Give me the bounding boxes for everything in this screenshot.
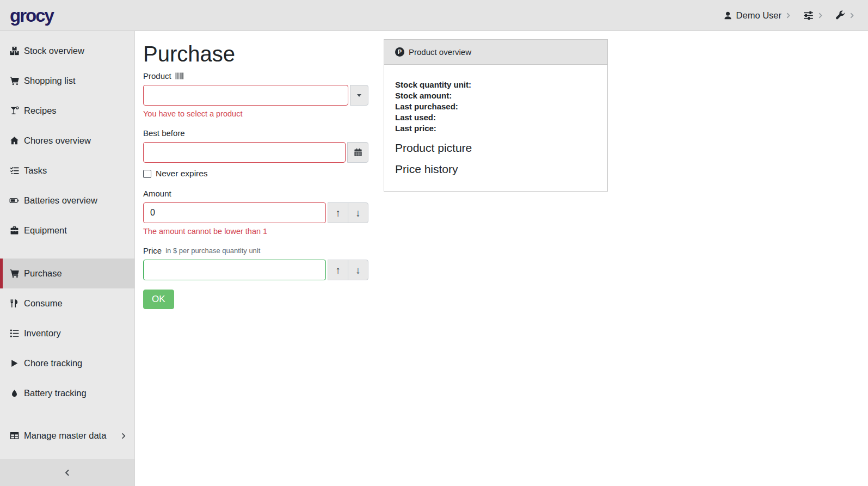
arrow-down-icon: ↓: [355, 265, 361, 275]
best-before-label-row: Best before: [143, 128, 368, 138]
grocy-logo[interactable]: grocy: [10, 7, 53, 24]
barcode-icon: [175, 72, 184, 79]
stock-amount-label: Stock amount:: [395, 90, 596, 101]
sidebar-item-label: Inventory: [24, 328, 61, 339]
sidebar-item-inventory[interactable]: Inventory: [0, 318, 134, 348]
never-expires-checkbox[interactable]: [143, 170, 151, 178]
best-before-input[interactable]: [143, 142, 346, 163]
amount-group: Amount ↑ ↓ The amount cannot be lower th…: [143, 189, 368, 236]
boxes-icon: [9, 46, 19, 56]
price-label: Price: [143, 246, 162, 255]
arrow-up-icon: ↑: [336, 208, 341, 218]
sidebar-item-tasks[interactable]: Tasks: [0, 156, 134, 186]
amount-input-group: ↑ ↓: [143, 202, 368, 223]
amount-error: The amount cannot be lower than 1: [143, 227, 368, 236]
sidebar-item-stock-overview[interactable]: Stock overview: [0, 36, 134, 66]
sidebar-item-label: Recipes: [24, 106, 57, 116]
sliders-icon: [803, 10, 814, 21]
arrow-up-icon: ↑: [336, 265, 341, 275]
sidebar-item-manage-master-data[interactable]: Manage master data: [0, 421, 134, 451]
play-icon: [9, 359, 19, 367]
product-group: Product You have to select a product: [143, 71, 368, 118]
product-icon: P: [395, 47, 404, 57]
amount-input[interactable]: [143, 202, 326, 223]
table-icon: [9, 431, 19, 440]
sidebar-item-label: Manage master data: [24, 430, 106, 441]
price-history-heading: Price history: [395, 162, 596, 176]
amount-decrement-button[interactable]: ↓: [348, 202, 368, 223]
price-decrement-button[interactable]: ↓: [348, 260, 368, 280]
sidebar-item-label: Shopping list: [24, 76, 75, 86]
sidebar-item-label: Battery tracking: [24, 388, 87, 398]
shopping-cart-icon: [9, 76, 19, 85]
product-input-group: [143, 85, 368, 106]
price-increment-button[interactable]: ↑: [328, 260, 348, 280]
top-header: grocy Demo User: [0, 0, 868, 31]
sidebar-item-label: Stock overview: [24, 46, 84, 56]
product-overview-card: P Product overview Stock quantity unit: …: [384, 39, 608, 192]
product-picture-heading: Product picture: [395, 141, 596, 155]
amount-label-row: Amount: [143, 189, 368, 198]
utensils-icon: [9, 299, 19, 308]
last-purchased-label: Last purchased:: [395, 101, 596, 112]
best-before-label: Best before: [143, 128, 185, 138]
shopping-cart-icon: [9, 269, 19, 278]
caret-down-icon: [357, 94, 361, 97]
sidebar-item-label: Consume: [24, 298, 63, 309]
sidebar-item-label: Purchase: [24, 268, 62, 279]
purchase-page: Purchase Product You have to select a pr…: [135, 31, 396, 319]
price-group: Price in $ per purchase quantity unit ↑ …: [143, 246, 368, 280]
sidebar-item-shopping-list[interactable]: Shopping list: [0, 66, 134, 96]
sidebar-item-batteries-overview[interactable]: Batteries overview: [0, 186, 134, 216]
sidebar-item-chore-tracking[interactable]: Chore tracking: [0, 348, 134, 378]
stock-quantity-unit-label: Stock quantity unit:: [395, 79, 596, 90]
sidebar-item-battery-tracking[interactable]: Battery tracking: [0, 378, 134, 408]
best-before-group: Best before Never expires: [143, 128, 368, 179]
user-icon: [723, 11, 732, 20]
never-expires-label[interactable]: Never expires: [156, 169, 208, 179]
price-label-row: Price in $ per purchase quantity unit: [143, 246, 368, 255]
arrow-down-icon: ↓: [355, 208, 361, 218]
sidebar-item-purchase[interactable]: Purchase: [0, 259, 134, 288]
sidebar-item-chores-overview[interactable]: Chores overview: [0, 126, 134, 156]
sidebar-item-recipes[interactable]: Recipes: [0, 96, 134, 126]
last-price-label: Last price:: [395, 123, 596, 134]
chevron-left-icon: [64, 469, 71, 476]
product-label: Product: [143, 71, 171, 81]
price-input[interactable]: [143, 260, 326, 280]
chevron-right-icon: [817, 13, 823, 19]
sidebar-item-label: Equipment: [24, 225, 67, 236]
calendar-button[interactable]: [347, 142, 368, 163]
cocktail-icon: [9, 106, 19, 115]
chevron-right-icon: [849, 13, 855, 19]
chevron-right-icon: [120, 433, 127, 439]
amount-increment-button[interactable]: ↑: [328, 202, 348, 223]
last-used-label: Last used:: [395, 112, 596, 123]
product-overview-header: P Product overview: [384, 40, 607, 65]
settings-menu[interactable]: [800, 8, 827, 23]
product-dropdown-button[interactable]: [350, 85, 368, 106]
product-label-row: Product: [143, 71, 368, 81]
product-overview-body: Stock quantity unit: Stock amount: Last …: [384, 65, 607, 176]
price-hint: in $ per purchase quantity unit: [165, 247, 260, 255]
user-name: Demo User: [736, 10, 781, 21]
best-before-input-group: [143, 142, 368, 163]
page-title: Purchase: [143, 41, 388, 67]
tint-icon: [9, 389, 19, 398]
toolbox-icon: [9, 226, 19, 235]
chevron-right-icon: [785, 13, 791, 19]
never-expires-row: Never expires: [143, 169, 368, 179]
admin-menu[interactable]: [832, 8, 858, 22]
tasks-icon: [9, 166, 19, 175]
sidebar-item-label: Batteries overview: [24, 195, 97, 206]
product-input[interactable]: [143, 85, 348, 106]
ok-button[interactable]: OK: [143, 290, 174, 309]
price-input-group: ↑ ↓: [143, 260, 368, 280]
user-menu[interactable]: Demo User: [720, 8, 795, 23]
sidebar-collapse-button[interactable]: [0, 459, 134, 486]
sidebar-item-equipment[interactable]: Equipment: [0, 216, 134, 245]
header-actions: Demo User: [720, 8, 858, 23]
sidebar-item-consume[interactable]: Consume: [0, 288, 134, 318]
list-icon: [9, 329, 19, 338]
home-icon: [9, 136, 19, 145]
